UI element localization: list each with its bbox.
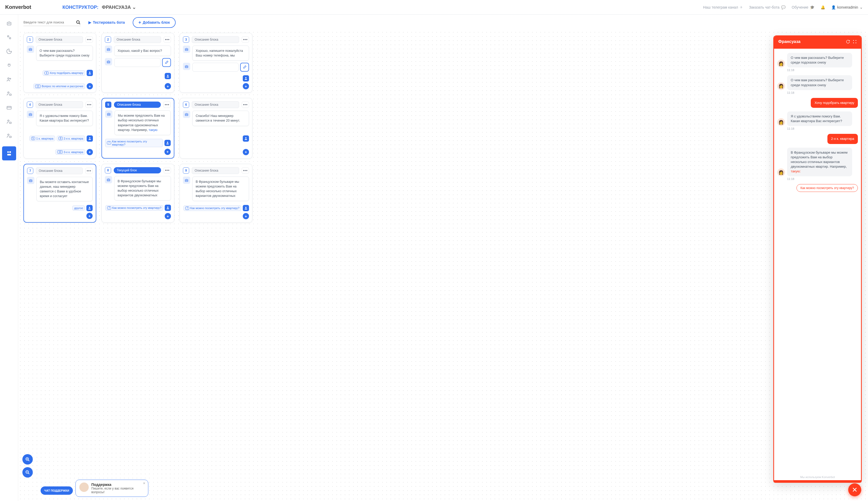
add-reply-button[interactable]: + [243,83,249,89]
add-reply-button[interactable]: + [165,83,171,89]
block-menu-button[interactable]: ••• [86,36,93,43]
reply-chip[interactable]: 82-х к. квартира [57,136,85,141]
preview-bot-message: Я с удовольствием помогу Вам. Какая квар… [787,111,852,126]
block-menu-button[interactable]: ••• [164,36,171,43]
sidebar-users-icon[interactable] [6,76,12,83]
block-description[interactable]: Описание блока [114,102,161,108]
breadcrumb[interactable]: КОНСТРУКТОР: ФРАНСУАЗА ⌄ [63,4,136,10]
sidebar-card-icon[interactable] [6,104,12,111]
block-description[interactable]: Описание блока [36,36,83,43]
close-preview-fab[interactable]: ✕ [848,483,861,496]
reply-chip[interactable]: 7Как можно посмотреть эту квартиру? [106,205,163,211]
block-3[interactable]: 3Описание блока•••Хорошо, напишите пожал… [179,33,252,93]
reply-chip[interactable]: 51 к. квартира [30,136,55,141]
svg-point-4 [9,38,10,39]
svg-rect-36 [29,114,32,116]
block-message[interactable]: В Французском бульваре мы можем предложи… [192,177,249,201]
add-reply-button[interactable]: + [86,213,92,219]
block-message[interactable]: В Французском бульваре мы можем предложи… [114,176,171,201]
block-1[interactable]: 1Описание блока•••О чем вам рассказать? … [23,33,96,93]
canvas[interactable]: 1Описание блока•••О чем вам рассказать? … [18,30,868,501]
block-7[interactable]: 7Описание блока•••Вы можете оставить кон… [23,164,96,223]
block-message[interactable]: Вы можете оставить контактные данные, на… [36,177,92,202]
support-close-icon[interactable]: ✕ [143,481,145,485]
block-description[interactable]: Описание блока [114,36,161,43]
sidebar-plugin-icon[interactable] [6,62,12,69]
block-message[interactable]: О чем вам рассказать? Выберите среди под… [36,45,93,61]
telegram-icon: ✈ [740,5,743,9]
block-message[interactable]: Спасибо! Наш менеджер свяжется в течение… [192,111,249,126]
add-reply-button[interactable]: + [243,149,249,155]
sidebar-settings-icon[interactable] [6,34,12,41]
add-reply-button[interactable]: + [165,213,171,219]
block-8[interactable]: 8Текущий блок•••В Французском бульваре м… [101,164,174,223]
block-2[interactable]: 2Описание блока•••Хорошо, какой у Вас во… [101,33,174,93]
nav-notifications[interactable]: 🔔 [821,5,825,9]
reply-chip[interactable]: 11Вопрос по ипотеке и рассрочке [33,84,85,89]
block-message[interactable]: Мы можем предложить Вам на выбор несколь… [114,110,171,135]
svg-rect-52 [107,179,110,181]
expand-icon[interactable] [853,40,857,44]
nav-learn[interactable]: Обучение🎓 [792,5,814,9]
zoom-in-button[interactable] [22,454,33,465]
sidebar-builder-icon[interactable] [2,146,16,160]
block-menu-button[interactable]: ••• [86,102,93,108]
bot-icon [183,63,190,70]
block-description[interactable]: Описание блока [36,101,83,108]
search-button[interactable] [76,20,81,25]
block-description[interactable]: Текущий блок [114,167,161,173]
preview-suggestion-chip[interactable]: Как можно посмотреть эту квартиру? [796,184,858,192]
block-description[interactable]: Описание блока [192,101,239,108]
preview-bot-message: В Французском бульваре мы можем предложи… [787,148,852,177]
person-icon [86,205,92,211]
support-chat-pill[interactable]: ЧАТ ПОДДЕРЖКИ [41,487,73,495]
block-message[interactable]: Хорошо, какой у Вас вопрос? [114,45,171,56]
edit-button[interactable] [162,58,171,67]
sidebar-user-lock3-icon[interactable] [6,132,12,139]
reply-chip[interactable]: 7Как можно посмотреть эту квартиру? [105,139,163,147]
nav-order-bot[interactable]: Заказать чат-бота💬 [749,5,785,9]
block-input-field[interactable] [192,63,239,72]
reply-chip[interactable]: 103-х к. квартира [55,149,85,155]
reply-chip[interactable]: другое [72,205,85,211]
block-menu-button[interactable]: ••• [242,36,249,43]
sidebar-bot-icon[interactable] [6,20,12,26]
refresh-icon[interactable] [846,40,850,44]
add-reply-button[interactable]: + [164,149,171,155]
add-reply-button[interactable]: + [87,149,93,155]
svg-rect-65 [856,42,856,43]
block-9[interactable]: 9Описание блока•••В Французском бульваре… [179,164,252,223]
block-menu-button[interactable]: ••• [242,168,249,174]
block-description[interactable]: Описание блока [192,167,239,174]
block-menu-button[interactable]: ••• [164,167,171,173]
block-description[interactable]: Описание блока [36,168,83,174]
block-4[interactable]: 4Описание блока•••Я с удовольствием помо… [23,98,96,159]
add-reply-button[interactable]: + [243,213,249,219]
block-description[interactable]: Описание блока [192,36,239,43]
preview-timestamp: 11:18 [787,177,858,180]
sidebar-chart-icon[interactable] [6,48,12,55]
block-menu-button[interactable]: ••• [242,102,249,108]
add-block-button[interactable]: +Добавить блок [133,17,176,28]
block-5[interactable]: 5Описание блока•••Мы можем предложить Ва… [101,98,174,159]
test-bot-button[interactable]: ▶Тестировать бота [88,20,125,24]
add-reply-button[interactable]: + [87,83,93,89]
sidebar-user-lock2-icon[interactable] [6,118,12,125]
block-message[interactable]: Я с удовольствием помогу Вам. Какая квар… [36,111,93,126]
search-input[interactable] [23,19,73,26]
bot-icon [105,58,112,65]
reply-chip[interactable]: 7Как можно посмотреть эту квартиру? [184,205,241,211]
svg-rect-62 [853,40,854,41]
block-message[interactable]: Хорошо, напишите пожалуйста Ваш номер те… [192,45,249,61]
sidebar-user-lock-icon[interactable] [6,90,12,97]
block-menu-button[interactable]: ••• [163,102,171,108]
nav-telegram[interactable]: Наш телеграм канал✈ [703,5,743,9]
zoom-out-button[interactable] [22,467,33,478]
svg-rect-11 [9,122,11,124]
block-menu-button[interactable]: ••• [85,168,92,174]
edit-button[interactable] [240,63,249,72]
block-input-field[interactable] [114,58,161,67]
reply-chip[interactable]: 4Хочу подобрать квартиру [43,70,85,76]
user-menu[interactable]: 👤konveradmin⌄ [831,5,863,9]
block-6[interactable]: 6Описание блока•••Спасибо! Наш менеджер … [179,98,252,159]
